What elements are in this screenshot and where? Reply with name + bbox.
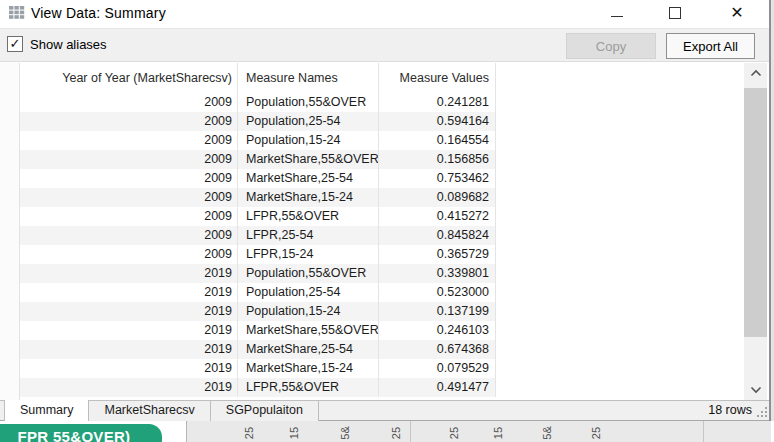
table-cell: MarketShare,15-24 — [237, 188, 378, 207]
table-cell: 0.156856 — [378, 150, 495, 169]
table-row[interactable]: 2009Population,25-540.594164 — [20, 112, 495, 131]
table-row[interactable]: 2019MarketShare,55&OVER0.246103 — [20, 321, 495, 340]
table-row[interactable]: 2019Population,25-540.523000 — [20, 283, 495, 302]
table-cell: 2019 — [20, 264, 237, 283]
axis-tick-label: 25 — [590, 427, 602, 439]
table-row[interactable]: 2009Population,55&OVER0.241281 — [20, 93, 495, 112]
table-cell: LFPR,25-54 — [237, 226, 378, 245]
table-cell: 2019 — [20, 283, 237, 302]
table-row[interactable]: 2019MarketShare,25-540.674368 — [20, 340, 495, 359]
table-cell: 2019 — [20, 359, 237, 378]
close-icon: ✕ — [730, 5, 743, 21]
table-cell: LFPR,55&OVER — [237, 378, 378, 397]
tab-sgpopulaiton[interactable]: SGPopulaiton — [211, 401, 319, 422]
table-cell: 0.753462 — [378, 169, 495, 188]
chevron-down-icon — [750, 386, 762, 394]
maximize-button[interactable] — [660, 0, 690, 26]
table-cell: 2009 — [20, 169, 237, 188]
axis-tick-label: 5& — [339, 426, 351, 439]
table-cell: 0.089682 — [378, 188, 495, 207]
table-cell: 2009 — [20, 226, 237, 245]
row-number-gutter — [0, 63, 20, 400]
background-pane-divider — [410, 421, 411, 442]
table-cell: 2009 — [20, 188, 237, 207]
table-row[interactable]: 2009LFPR,55&OVER0.415272 — [20, 207, 495, 226]
table-body: 2009Population,55&OVER0.2412812009Popula… — [20, 93, 495, 397]
maximize-icon — [669, 7, 681, 19]
table-cell: 2009 — [20, 112, 237, 131]
table-row[interactable]: 2009MarketShare,25-540.753462 — [20, 169, 495, 188]
column-divider — [378, 63, 379, 397]
axis-tick-label: 25 — [243, 427, 255, 439]
dialog-title: View Data: Summary — [31, 5, 166, 21]
table-cell: LFPR,55&OVER — [237, 207, 378, 226]
table-row[interactable]: 2019Population,55&OVER0.339801 — [20, 264, 495, 283]
table-cell: 0.594164 — [378, 112, 495, 131]
table-header-row: Year of Year (MarketSharecsv) Measure Na… — [20, 63, 495, 93]
table-cell: 0.491477 — [378, 378, 495, 397]
axis-tick-label: 25 — [390, 427, 402, 439]
axis-tick-label: 5& — [541, 426, 553, 439]
toolbar: ✓ Show aliases Copy Export All — [0, 28, 769, 62]
table-row[interactable]: 2019Population,15-240.137199 — [20, 302, 495, 321]
show-aliases-checkbox[interactable]: ✓ — [7, 36, 23, 52]
tab-marketsharecsv[interactable]: MarketSharecsv — [89, 401, 210, 422]
table-cell: Population,25-54 — [237, 283, 378, 302]
table-row[interactable]: 2009MarketShare,55&OVER0.156856 — [20, 150, 495, 169]
chevron-up-icon — [750, 69, 762, 77]
column-header-measure-names[interactable]: Measure Names — [237, 63, 378, 93]
table-cell: 2019 — [20, 321, 237, 340]
table-cell: 2019 — [20, 302, 237, 321]
table-row[interactable]: 2019LFPR,55&OVER0.491477 — [20, 378, 495, 397]
vertical-scrollbar[interactable] — [744, 63, 767, 400]
tab-strip: SummaryMarketSharecsvSGPopulaiton — [0, 400, 769, 421]
table-cell: MarketShare,25-54 — [237, 340, 378, 359]
table-cell: Population,55&OVER — [237, 93, 378, 112]
background-axis-labels: 25155&2525155&25 — [187, 421, 771, 442]
table-cell: MarketShare,55&OVER — [237, 321, 378, 340]
table-cell: 0.339801 — [378, 264, 495, 283]
axis-tick-label: 15 — [492, 427, 504, 439]
axis-tick-label: 25 — [448, 427, 460, 439]
table-cell: Population,25-54 — [237, 112, 378, 131]
minimize-button[interactable] — [602, 0, 632, 26]
table-cell: 0.674368 — [378, 340, 495, 359]
copy-button[interactable]: Copy — [566, 33, 656, 59]
minimize-icon — [611, 16, 623, 17]
show-aliases-label: Show aliases — [30, 37, 107, 52]
axis-tick-label: 15 — [288, 427, 300, 439]
table-cell: 2009 — [20, 245, 237, 264]
scroll-up-button[interactable] — [744, 63, 767, 83]
table-cell: 0.845824 — [378, 226, 495, 245]
row-count-status: 18 rows — [708, 403, 752, 417]
background-pane-divider — [186, 421, 187, 442]
tab-summary[interactable]: Summary — [4, 400, 89, 422]
column-header-measure-values[interactable]: Measure Values — [378, 63, 495, 93]
table-cell: 2019 — [20, 340, 237, 359]
table-cell: Population,55&OVER — [237, 264, 378, 283]
field-pill[interactable]: FPR 55&OVER) — [0, 424, 162, 442]
data-table: Year of Year (MarketSharecsv) Measure Na… — [0, 63, 769, 400]
table-row[interactable]: 2009MarketShare,15-240.089682 — [20, 188, 495, 207]
table-cell: 0.079529 — [378, 359, 495, 378]
table-cell: LFPR,15-24 — [237, 245, 378, 264]
table-row[interactable]: 2009LFPR,25-540.845824 — [20, 226, 495, 245]
export-all-button[interactable]: Export All — [666, 33, 755, 59]
table-row[interactable]: 2009Population,15-240.164554 — [20, 131, 495, 150]
background-pane-divider — [703, 421, 704, 442]
view-data-dialog: View Data: Summary ✕ ✓ Show aliases Copy… — [0, 0, 771, 421]
table-cell: 0.241281 — [378, 93, 495, 112]
table-row[interactable]: 2009LFPR,15-240.365729 — [20, 245, 495, 264]
background-worksheet-strip: 25155&2525155&25 FPR 55&OVER) — [0, 421, 774, 442]
column-divider — [495, 63, 496, 397]
table-cell: 0.365729 — [378, 245, 495, 264]
table-row[interactable]: 2019MarketShare,15-240.079529 — [20, 359, 495, 378]
column-divider — [237, 63, 238, 397]
scroll-down-button[interactable] — [744, 380, 767, 400]
scrollbar-thumb[interactable] — [744, 88, 767, 337]
table-cell: Population,15-24 — [237, 302, 378, 321]
close-button[interactable]: ✕ — [722, 0, 752, 26]
resize-grip[interactable] — [765, 415, 767, 417]
column-header-year[interactable]: Year of Year (MarketSharecsv) — [20, 63, 237, 93]
title-bar: View Data: Summary ✕ — [0, 0, 769, 28]
